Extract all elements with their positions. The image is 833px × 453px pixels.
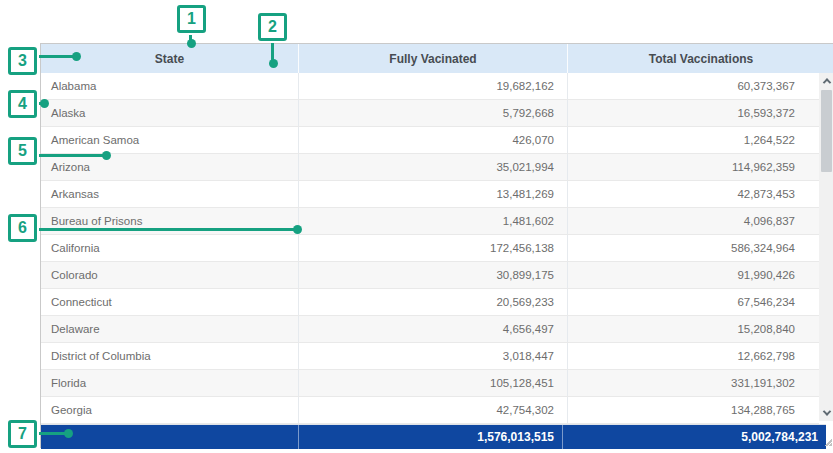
state-cell: Alaska xyxy=(41,100,299,126)
callout-7-dot xyxy=(64,429,73,438)
value-cell: 13,481,269 xyxy=(299,181,568,207)
value-cell: 30,899,175 xyxy=(299,262,568,288)
state-cell: Arizona xyxy=(41,154,299,180)
value-cell: 1,481,602 xyxy=(299,208,568,234)
state-cell: California xyxy=(41,235,299,261)
table-row[interactable]: Alabama19,682,16260,373,367 xyxy=(41,73,819,100)
value-cell: 172,456,138 xyxy=(299,235,568,261)
value-cell: 67,546,234 xyxy=(568,289,819,315)
callout-1-dot xyxy=(187,39,196,48)
state-cell: Florida xyxy=(41,370,299,396)
state-cell: Delaware xyxy=(41,316,299,342)
chevron-down-icon xyxy=(822,407,830,415)
totals-total-vaccinations-cell: 5,002,784,231 xyxy=(563,425,826,449)
table-row[interactable]: Delaware4,656,49715,208,840 xyxy=(41,316,819,343)
callout-2-marker: 2 xyxy=(258,13,287,41)
callout-4-marker: 4 xyxy=(8,90,37,118)
table-row[interactable]: Connecticut20,569,23367,546,234 xyxy=(41,289,819,316)
value-cell: 5,792,668 xyxy=(299,100,568,126)
table-row[interactable]: District of Columbia3,018,44712,662,798 xyxy=(41,343,819,370)
value-cell: 42,873,453 xyxy=(568,181,819,207)
scrollbar-thumb[interactable] xyxy=(821,90,832,172)
callout-6-dot xyxy=(293,225,302,234)
table-row[interactable]: California172,456,138586,324,964 xyxy=(41,235,819,262)
state-cell: Georgia xyxy=(41,397,299,423)
state-cell: Colorado xyxy=(41,262,299,288)
vaccination-table: State Fully Vacinated Total Vaccinations… xyxy=(40,43,833,448)
table-row[interactable]: Florida105,128,451331,191,302 xyxy=(41,370,819,397)
resize-grip-icon[interactable] xyxy=(824,438,832,446)
totals-state-cell xyxy=(41,425,299,449)
value-cell: 331,191,302 xyxy=(568,370,819,396)
value-cell: 4,096,837 xyxy=(568,208,819,234)
table-totals-row: 1,576,013,515 5,002,784,231 xyxy=(41,424,826,449)
chevron-up-icon xyxy=(822,78,830,86)
callout-5-marker: 5 xyxy=(8,137,37,165)
table-body: Alabama19,682,16260,373,367Alaska5,792,6… xyxy=(41,73,819,424)
table-row[interactable]: Arkansas13,481,26942,873,453 xyxy=(41,181,819,208)
value-cell: 114,962,359 xyxy=(568,154,819,180)
state-cell: Alabama xyxy=(41,73,299,99)
value-cell: 16,593,372 xyxy=(568,100,819,126)
table-header-row: State Fully Vacinated Total Vaccinations xyxy=(41,44,833,73)
callout-3-marker: 3 xyxy=(8,47,37,75)
callout-3-dot xyxy=(72,52,81,61)
callout-2-dot xyxy=(269,59,278,68)
scroll-up-button[interactable] xyxy=(819,73,833,89)
value-cell: 15,208,840 xyxy=(568,316,819,342)
value-cell: 134,288,765 xyxy=(568,397,819,423)
value-cell: 42,754,302 xyxy=(299,397,568,423)
value-cell: 586,324,964 xyxy=(568,235,819,261)
callout-5-connector xyxy=(34,154,107,157)
table-row[interactable]: Georgia42,754,302134,288,765 xyxy=(41,397,819,424)
value-cell: 105,128,451 xyxy=(299,370,568,396)
table-row[interactable]: Colorado30,899,17591,990,426 xyxy=(41,262,819,289)
value-cell: 35,021,994 xyxy=(299,154,568,180)
callout-6-connector xyxy=(34,228,298,231)
state-cell: American Samoa xyxy=(41,127,299,153)
state-cell: District of Columbia xyxy=(41,343,299,369)
callout-1-marker: 1 xyxy=(177,5,206,33)
callout-6-marker: 6 xyxy=(8,214,37,242)
dashboard-table-screenshot: State Fully Vacinated Total Vaccinations… xyxy=(0,0,833,453)
callout-7-marker: 7 xyxy=(8,420,37,448)
state-cell: Connecticut xyxy=(41,289,299,315)
column-header-fully-vacinated[interactable]: Fully Vacinated xyxy=(299,44,568,73)
value-cell: 3,018,447 xyxy=(299,343,568,369)
value-cell: 12,662,798 xyxy=(568,343,819,369)
value-cell: 426,070 xyxy=(299,127,568,153)
table-row[interactable]: American Samoa426,0701,264,522 xyxy=(41,127,819,154)
value-cell: 1,264,522 xyxy=(568,127,819,153)
totals-fully-vacinated-cell: 1,576,013,515 xyxy=(299,425,563,449)
value-cell: 20,569,233 xyxy=(299,289,568,315)
state-cell: Arkansas xyxy=(41,181,299,207)
value-cell: 60,373,367 xyxy=(568,73,819,99)
value-cell: 4,656,497 xyxy=(299,316,568,342)
table-row[interactable]: Alaska5,792,66816,593,372 xyxy=(41,100,819,127)
scroll-down-button[interactable] xyxy=(819,405,833,421)
callout-4-dot xyxy=(40,99,49,108)
value-cell: 19,682,162 xyxy=(299,73,568,99)
vertical-scrollbar[interactable] xyxy=(819,73,833,421)
value-cell: 91,990,426 xyxy=(568,262,819,288)
callout-5-dot xyxy=(102,151,111,160)
table-row[interactable]: Arizona35,021,994114,962,359 xyxy=(41,154,819,181)
column-header-total-vaccinations[interactable]: Total Vaccinations xyxy=(568,44,833,73)
